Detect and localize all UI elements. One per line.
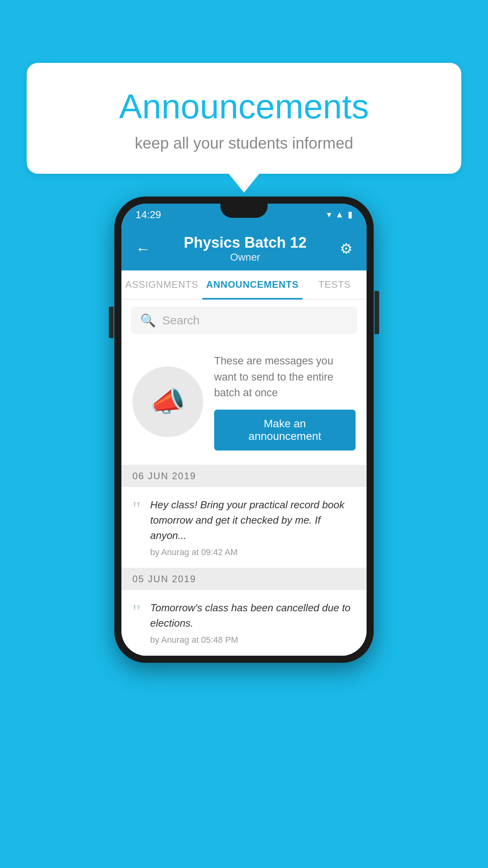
gear-icon[interactable]: ⚙ bbox=[340, 241, 352, 257]
wifi-icon: ▾ bbox=[327, 210, 331, 220]
date-label-2: 05 JUN 2019 bbox=[132, 574, 196, 584]
search-icon: 🔍 bbox=[140, 313, 156, 328]
announcement-text-2: Tomorrow's class has been cancelled due … bbox=[150, 600, 356, 631]
promo-description: These are messages you want to send to t… bbox=[214, 353, 356, 401]
announcement-meta-1: by Anurag at 09:42 AM bbox=[150, 547, 356, 557]
signal-icon: ▲ bbox=[335, 210, 344, 220]
status-icons: ▾ ▲ ▮ bbox=[327, 210, 352, 220]
announcement-item-2[interactable]: " Tomorrow's class has been cancelled du… bbox=[121, 590, 367, 656]
speech-bubble: Announcements keep all your students inf… bbox=[27, 63, 461, 174]
notch bbox=[220, 204, 268, 218]
phone-outer: 14:29 ▾ ▲ ▮ ← Physics Batch 12 Owner ⚙ bbox=[114, 197, 374, 663]
make-announcement-button[interactable]: Make an announcement bbox=[214, 410, 356, 451]
promo-icon-circle: 📣 bbox=[132, 366, 203, 437]
tab-tests[interactable]: TESTS bbox=[303, 270, 367, 299]
date-separator-2: 05 JUN 2019 bbox=[121, 568, 367, 590]
battery-icon: ▮ bbox=[348, 210, 352, 220]
quote-icon-2: " bbox=[132, 602, 141, 622]
bubble-title: Announcements bbox=[58, 86, 430, 127]
announcement-text-1: Hey class! Bring your practical record b… bbox=[150, 497, 356, 543]
promo-section: 📣 These are messages you want to send to… bbox=[121, 341, 367, 465]
announcement-content-2: Tomorrow's class has been cancelled due … bbox=[150, 600, 356, 645]
announcement-item-1[interactable]: " Hey class! Bring your practical record… bbox=[121, 487, 367, 568]
status-time: 14:29 bbox=[136, 209, 161, 221]
megaphone-icon: 📣 bbox=[150, 385, 185, 418]
speech-bubble-section: Announcements keep all your students inf… bbox=[27, 63, 461, 174]
promo-content: These are messages you want to send to t… bbox=[214, 353, 356, 451]
quote-icon-1: " bbox=[132, 499, 141, 519]
status-bar: 14:29 ▾ ▲ ▮ bbox=[121, 204, 367, 226]
header-center: Physics Batch 12 Owner bbox=[184, 234, 307, 263]
tabs-container: ASSIGNMENTS ANNOUNCEMENTS TESTS bbox=[121, 270, 367, 300]
announcement-content-1: Hey class! Bring your practical record b… bbox=[150, 497, 356, 557]
date-separator-1: 06 JUN 2019 bbox=[121, 465, 367, 487]
header-title: Physics Batch 12 bbox=[184, 234, 307, 251]
bubble-subtitle: keep all your students informed bbox=[58, 134, 430, 152]
search-bar[interactable]: 🔍 Search bbox=[131, 307, 357, 334]
tab-announcements[interactable]: ANNOUNCEMENTS bbox=[202, 270, 303, 299]
search-placeholder: Search bbox=[162, 314, 200, 327]
tab-assignments[interactable]: ASSIGNMENTS bbox=[121, 270, 202, 299]
phone-inner: 14:29 ▾ ▲ ▮ ← Physics Batch 12 Owner ⚙ bbox=[121, 204, 367, 656]
back-button[interactable]: ← bbox=[136, 241, 150, 257]
phone-mockup: 14:29 ▾ ▲ ▮ ← Physics Batch 12 Owner ⚙ bbox=[114, 197, 374, 663]
date-label-1: 06 JUN 2019 bbox=[132, 471, 196, 481]
search-container: 🔍 Search bbox=[121, 300, 367, 341]
announcement-meta-2: by Anurag at 05:48 PM bbox=[150, 635, 356, 645]
header-subtitle: Owner bbox=[184, 251, 307, 263]
app-header: ← Physics Batch 12 Owner ⚙ bbox=[121, 226, 367, 270]
